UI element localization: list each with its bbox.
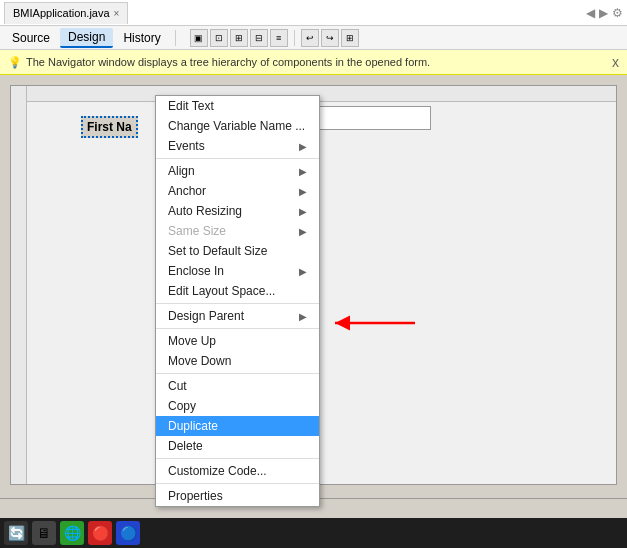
ctx-item-label: Same Size: [168, 224, 226, 238]
info-bar: 💡 The Navigator window displays a tree h…: [0, 50, 627, 75]
toolbar-icons: ▣ ⊡ ⊞ ⊟ ≡ ↩ ↪ ⊞: [190, 29, 359, 47]
file-tab[interactable]: BMIApplication.java ×: [4, 2, 128, 24]
ctx-item-copy[interactable]: Copy: [156, 396, 319, 416]
ctx-separator-21: [156, 458, 319, 459]
ctx-item-customize-code[interactable]: Customize Code...: [156, 461, 319, 481]
ctx-separator-23: [156, 483, 319, 484]
toolbar-divider-2: [294, 30, 295, 46]
ctx-item-auto-resizing[interactable]: Auto Resizing▶: [156, 201, 319, 221]
menu-bar: Source Design History ▣ ⊡ ⊞ ⊟ ≡ ↩ ↪ ⊞: [0, 26, 627, 50]
ctx-submenu-arrow-icon: ▶: [299, 141, 307, 152]
file-tab-label: BMIApplication.java: [13, 7, 110, 19]
menu-source[interactable]: Source: [4, 29, 58, 47]
ctx-separator-13: [156, 328, 319, 329]
ctx-submenu-arrow-icon: ▶: [299, 266, 307, 277]
ctx-submenu-arrow-icon: ▶: [299, 166, 307, 177]
toolbar-icon-1[interactable]: ▣: [190, 29, 208, 47]
ctx-item-label: Anchor: [168, 184, 206, 198]
ctx-item-edit-layout-space[interactable]: Edit Layout Space...: [156, 281, 319, 301]
ctx-item-same-size: Same Size▶: [156, 221, 319, 241]
ctx-separator-11: [156, 303, 319, 304]
ctx-item-label: Set to Default Size: [168, 244, 267, 258]
ctx-item-label: Edit Layout Space...: [168, 284, 275, 298]
ctx-item-label: Duplicate: [168, 419, 218, 433]
toolbar-icon-6[interactable]: ↩: [301, 29, 319, 47]
toolbar-icon-7[interactable]: ↪: [321, 29, 339, 47]
taskbar-icon-refresh[interactable]: 🔄: [4, 521, 28, 545]
ctx-item-duplicate[interactable]: Duplicate: [156, 416, 319, 436]
ctx-item-label: Properties: [168, 489, 223, 503]
toolbar-divider-1: [175, 30, 176, 46]
grid-toggle[interactable]: ⊞: [341, 29, 359, 47]
ctx-item-label: Cut: [168, 379, 187, 393]
ctx-item-label: Design Parent: [168, 309, 244, 323]
ctx-item-label: Enclose In: [168, 264, 224, 278]
annotation-arrow: [325, 308, 425, 341]
taskbar-icon-app1[interactable]: 🔴: [88, 521, 112, 545]
title-bar: BMIApplication.java × ◀ ▶ ⚙: [0, 0, 627, 26]
ctx-submenu-arrow-icon: ▶: [299, 311, 307, 322]
ctx-item-enclose-in[interactable]: Enclose In▶: [156, 261, 319, 281]
nav-arrows: ◀ ▶ ⚙: [586, 6, 623, 20]
ctx-item-edit-text[interactable]: Edit Text: [156, 96, 319, 116]
ctx-item-move-down[interactable]: Move Down: [156, 351, 319, 371]
nav-settings-icon[interactable]: ⚙: [612, 6, 623, 20]
ctx-item-label: Customize Code...: [168, 464, 267, 478]
ctx-item-label: Delete: [168, 439, 203, 453]
ctx-item-align[interactable]: Align▶: [156, 161, 319, 181]
ctx-submenu-arrow-icon: ▶: [299, 226, 307, 237]
menu-history[interactable]: History: [115, 29, 168, 47]
ctx-item-label: Edit Text: [168, 99, 214, 113]
ctx-separator-3: [156, 158, 319, 159]
ctx-item-label: Align: [168, 164, 195, 178]
toolbar-icon-4[interactable]: ⊟: [250, 29, 268, 47]
nav-back-icon[interactable]: ◀: [586, 6, 595, 20]
ctx-item-delete[interactable]: Delete: [156, 436, 319, 456]
ctx-item-set-to-default-size[interactable]: Set to Default Size: [156, 241, 319, 261]
ctx-item-design-parent[interactable]: Design Parent▶: [156, 306, 319, 326]
ctx-item-label: Move Up: [168, 334, 216, 348]
toolbar-icon-3[interactable]: ⊞: [230, 29, 248, 47]
ctx-item-label: Move Down: [168, 354, 231, 368]
ctx-item-label: Change Variable Name ...: [168, 119, 305, 133]
ctx-item-properties[interactable]: Properties: [156, 486, 319, 506]
taskbar: 🔄 🖥 🌐 🔴 🔵: [0, 518, 627, 548]
ctx-item-events[interactable]: Events▶: [156, 136, 319, 156]
menu-design[interactable]: Design: [60, 28, 113, 48]
taskbar-icon-app2[interactable]: 🔵: [116, 521, 140, 545]
toolbar-icon-2[interactable]: ⊡: [210, 29, 228, 47]
ctx-item-label: Copy: [168, 399, 196, 413]
form-label[interactable]: First Na: [81, 116, 138, 138]
ruler-left: [11, 86, 27, 484]
ctx-item-anchor[interactable]: Anchor▶: [156, 181, 319, 201]
toolbar-icon-5[interactable]: ≡: [270, 29, 288, 47]
info-close-button[interactable]: x: [612, 54, 619, 70]
ctx-submenu-arrow-icon: ▶: [299, 206, 307, 217]
info-text: The Navigator window displays a tree hie…: [26, 56, 430, 68]
ctx-separator-16: [156, 373, 319, 374]
ctx-item-move-up[interactable]: Move Up: [156, 331, 319, 351]
ctx-item-cut[interactable]: Cut: [156, 376, 319, 396]
tab-close-button[interactable]: ×: [114, 8, 120, 19]
ctx-item-label: Auto Resizing: [168, 204, 242, 218]
ctx-submenu-arrow-icon: ▶: [299, 186, 307, 197]
context-menu: Edit TextChange Variable Name ...Events▶…: [155, 95, 320, 507]
ctx-item-label: Events: [168, 139, 205, 153]
info-icon: 💡: [8, 56, 22, 69]
taskbar-icon-browser[interactable]: 🌐: [60, 521, 84, 545]
ctx-item-change-variable-name-[interactable]: Change Variable Name ...: [156, 116, 319, 136]
taskbar-icon-screen[interactable]: 🖥: [32, 521, 56, 545]
nav-forward-icon[interactable]: ▶: [599, 6, 608, 20]
main-area: First Na Field1 Edit TextChange Variable…: [0, 75, 627, 515]
